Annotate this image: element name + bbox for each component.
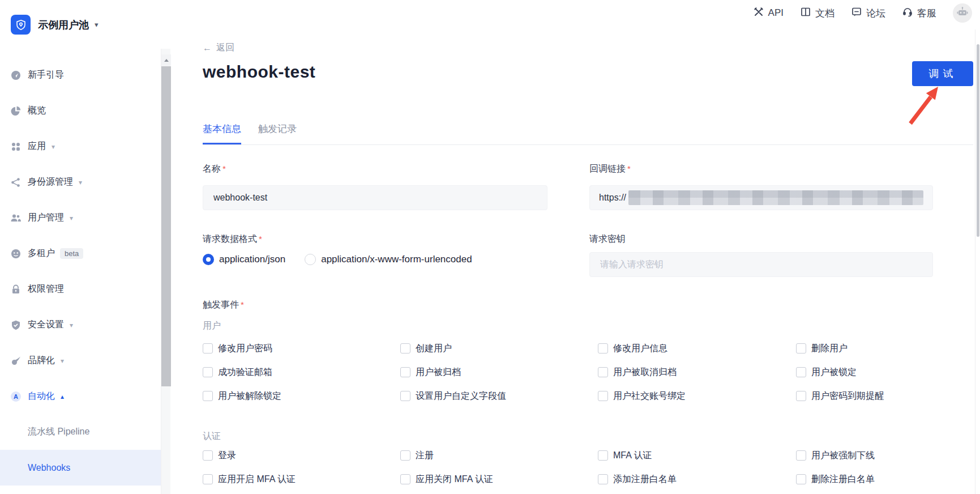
sidebar-item-webhooks[interactable]: Webhooks <box>0 450 161 486</box>
sidebar-item-overview[interactable]: 概览 <box>0 93 161 129</box>
event-checkbox-item[interactable]: 创建用户 <box>400 337 598 360</box>
tenant-icon <box>10 248 22 259</box>
sidebar-scrollbar[interactable] <box>161 49 170 494</box>
event-checkbox-item[interactable]: 添加注册白名单 <box>598 467 796 491</box>
event-checkbox-item[interactable]: 注册 <box>400 444 598 467</box>
event-checkbox-item[interactable]: 用户被锁定 <box>796 360 933 384</box>
checkbox-unchecked-icon[interactable] <box>400 343 410 354</box>
checkbox-unchecked-icon[interactable] <box>598 367 608 377</box>
main-content: ← 返回 webhook-test 调试 基本信息触发记录 名称 回调链接 ht… <box>171 0 975 494</box>
tab-basic-info[interactable]: 基本信息 <box>203 122 241 144</box>
event-checkbox-label: 删除用户 <box>811 343 848 355</box>
checkbox-unchecked-icon[interactable] <box>796 343 806 354</box>
event-checkbox-item[interactable]: 用户被取消归档 <box>598 360 796 384</box>
workspace-name: 示例用户池 <box>38 18 89 32</box>
tab-bar: 基本信息触发记录 <box>203 122 973 145</box>
sidebar-item-branding[interactable]: 品牌化▾ <box>0 343 161 378</box>
debug-button[interactable]: 调试 <box>912 61 973 86</box>
scroll-up-arrow-icon[interactable] <box>161 54 171 66</box>
identity-share-icon <box>10 177 22 188</box>
callback-url-input[interactable]: https:// <box>589 185 933 210</box>
event-checkbox-item[interactable]: 修改用户密码 <box>203 337 400 360</box>
sidebar-item-identity-sources[interactable]: 身份源管理▾ <box>0 164 161 200</box>
checkbox-unchecked-icon[interactable] <box>796 474 806 484</box>
secret-input[interactable] <box>599 259 923 270</box>
event-checkbox-item[interactable]: 登录 <box>203 444 400 467</box>
event-checkbox-label: 修改用户密码 <box>218 343 272 355</box>
sidebar-item-guide[interactable]: 新手引导 <box>0 57 161 93</box>
sidebar-item-apps[interactable]: 应用▾ <box>0 129 161 164</box>
radio-option-label: application/x-www-form-urlencoded <box>321 254 472 265</box>
format-option-application/json[interactable]: application/json <box>203 254 285 265</box>
back-arrow-icon: ← <box>203 43 212 53</box>
event-checkbox-item[interactable]: 删除注册白名单 <box>796 467 933 491</box>
checkbox-unchecked-icon[interactable] <box>203 391 213 401</box>
sidebar-scrollbar-thumb[interactable] <box>161 66 171 386</box>
checkbox-unchecked-icon[interactable] <box>203 450 213 461</box>
format-label: 请求数据格式 <box>203 233 262 245</box>
checkbox-unchecked-icon[interactable] <box>400 474 410 484</box>
checkbox-unchecked-icon[interactable] <box>796 367 806 377</box>
checkbox-unchecked-icon[interactable] <box>796 450 806 461</box>
sidebar-item-user-management[interactable]: 用户管理▾ <box>0 200 161 236</box>
name-input[interactable] <box>212 192 538 203</box>
chevron-up-icon: ▴ <box>61 393 64 401</box>
sidebar-item-automation[interactable]: A自动化▴ <box>0 378 161 414</box>
event-checkbox-item[interactable]: 用户被解除锁定 <box>203 384 400 408</box>
event-checkbox-grid: 登录注册MFA 认证用户被强制下线应用开启 MFA 认证应用关闭 MFA 认证添… <box>203 444 933 491</box>
event-checkbox-item[interactable]: 修改用户信息 <box>598 337 796 360</box>
users-icon <box>10 212 22 224</box>
tab-trigger-log[interactable]: 触发记录 <box>258 122 297 144</box>
event-checkbox-item[interactable]: MFA 认证 <box>598 444 796 467</box>
event-checkbox-item[interactable]: 设置用户自定义字段值 <box>400 384 598 408</box>
back-label: 返回 <box>216 42 234 54</box>
event-checkbox-item[interactable]: 应用关闭 MFA 认证 <box>400 467 598 491</box>
checkbox-unchecked-icon[interactable] <box>400 391 410 401</box>
automation-a-icon: A <box>10 391 22 402</box>
format-option-application/x-www-form-urlencoded[interactable]: application/x-www-form-urlencoded <box>305 254 472 265</box>
checkbox-unchecked-icon[interactable] <box>598 450 608 461</box>
sidebar-item-label: 新手引导 <box>28 69 64 81</box>
workspace-switcher[interactable]: 示例用户池 ▾ <box>11 15 99 35</box>
event-checkbox-label: 用户被锁定 <box>811 367 857 378</box>
event-checkbox-item[interactable]: 应用开启 MFA 认证 <box>203 467 400 491</box>
radio-unselected-icon[interactable] <box>305 254 316 265</box>
event-checkbox-item[interactable]: 用户社交账号绑定 <box>598 384 796 408</box>
brush-icon <box>10 355 22 367</box>
checkbox-unchecked-icon[interactable] <box>598 474 608 484</box>
main-scrollbar-thumb[interactable] <box>977 44 979 237</box>
sidebar-item-permissions[interactable]: 权限管理 <box>0 271 161 307</box>
checkbox-unchecked-icon[interactable] <box>203 343 213 354</box>
sidebar-item-multi-tenant[interactable]: 多租户beta <box>0 236 161 271</box>
back-link[interactable]: ← 返回 <box>203 42 234 54</box>
event-checkbox-item[interactable]: 成功验证邮箱 <box>203 360 400 384</box>
event-checkbox-item[interactable]: 用户被归档 <box>400 360 598 384</box>
checkbox-unchecked-icon[interactable] <box>796 391 806 401</box>
chevron-down-icon: ▾ <box>61 357 64 365</box>
checkbox-unchecked-icon[interactable] <box>203 367 213 377</box>
main-scrollbar[interactable] <box>975 29 980 494</box>
shield-check-icon <box>10 320 22 331</box>
chevron-down-icon: ▾ <box>52 143 55 151</box>
checkbox-unchecked-icon[interactable] <box>400 367 410 377</box>
event-checkbox-label: 用户社交账号绑定 <box>613 390 686 402</box>
sidebar-item-security[interactable]: 安全设置▾ <box>0 307 161 343</box>
radio-selected-icon[interactable] <box>203 254 214 265</box>
event-checkbox-item[interactable]: 用户密码到期提醒 <box>796 384 933 408</box>
event-checkbox-label: 登录 <box>218 450 236 462</box>
event-checkbox-label: 应用开启 MFA 认证 <box>218 474 296 486</box>
event-checkbox-label: 注册 <box>416 450 434 462</box>
event-checkbox-item[interactable]: 删除用户 <box>796 337 933 360</box>
chevron-down-icon: ▾ <box>95 20 99 29</box>
trigger-events-section: 触发事件 用户修改用户密码创建用户修改用户信息删除用户成功验证邮箱用户被归档用户… <box>203 299 933 491</box>
lock-icon <box>10 284 22 295</box>
chevron-down-icon: ▾ <box>79 178 82 186</box>
checkbox-unchecked-icon[interactable] <box>400 450 410 461</box>
event-checkbox-item[interactable]: 用户被强制下线 <box>796 444 933 467</box>
checkbox-unchecked-icon[interactable] <box>598 343 608 354</box>
sidebar-item-pipeline[interactable]: 流水线 Pipeline <box>0 414 161 450</box>
checkbox-unchecked-icon[interactable] <box>598 391 608 401</box>
name-label: 名称 <box>203 163 226 175</box>
checkbox-unchecked-icon[interactable] <box>203 474 213 484</box>
secret-input-wrap <box>589 252 933 277</box>
